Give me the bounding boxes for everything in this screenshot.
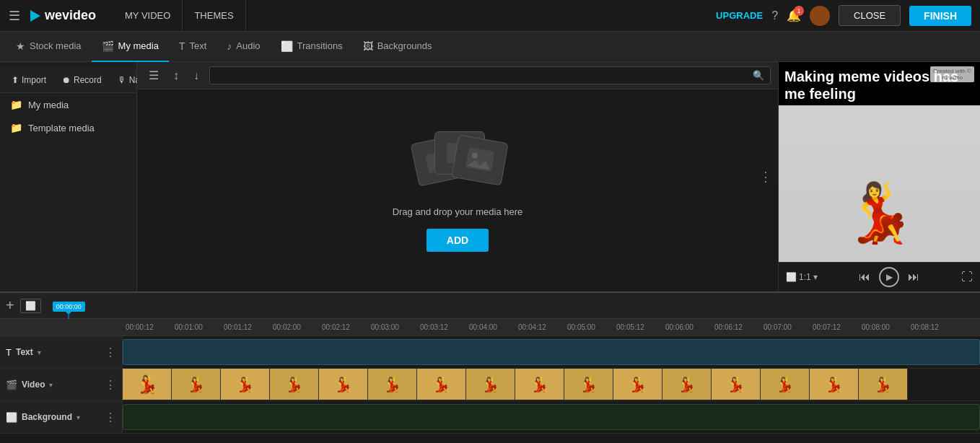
ts-10: 00:05:12 <box>613 323 662 331</box>
video-thumb-4: 💃 <box>270 369 319 400</box>
fullscreen-button[interactable]: ⛶ <box>961 271 973 284</box>
transitions-icon: ⬜ <box>281 40 293 52</box>
hamburger-menu[interactable]: ☰ <box>9 8 20 24</box>
timeline-ruler: 00:00:12 00:01:00 00:01:12 00:02:00 00:0… <box>0 319 980 336</box>
stock-media-icon: ★ <box>16 40 25 52</box>
background-track-icon: ⬜ <box>6 412 17 423</box>
ts-7: 00:04:00 <box>466 323 515 331</box>
topbar-menu: MY VIDEO THEMES <box>113 0 716 32</box>
track-background-expand[interactable]: ▾ <box>76 413 80 421</box>
track-background-label-text: Background <box>22 412 72 422</box>
search-input[interactable] <box>216 71 753 81</box>
timeline-screen-button[interactable]: ⬜ <box>20 299 41 313</box>
video-thumb-3: 💃 <box>221 369 270 400</box>
track-background-content <box>123 401 980 433</box>
video-thumb-5: 💃 <box>319 369 368 400</box>
upgrade-button[interactable]: UPGRADE <box>716 10 763 21</box>
track-background-label: ⬜ Background ▾ ⋮ <box>0 401 123 433</box>
list-view-btn[interactable]: ☰ <box>144 67 163 84</box>
topbar-myvideo[interactable]: MY VIDEO <box>113 0 183 32</box>
cursor-arrow <box>66 312 71 315</box>
logo: wevideo <box>30 8 96 23</box>
cursor-position: 00:00:00 <box>53 300 85 311</box>
ts-8: 00:04:12 <box>515 323 564 331</box>
tab-my-media[interactable]: 🎬 My media <box>92 32 169 62</box>
play-button[interactable]: ▶ <box>879 267 899 287</box>
topbar: ☰ wevideo MY VIDEO THEMES UPGRADE ? 🔔 1 … <box>0 0 980 32</box>
aspect-ratio-selector[interactable]: ⬜ 1:1 ▾ <box>786 272 818 282</box>
sidebar-item-my-media[interactable]: 📁 My media <box>0 93 136 116</box>
tab-stock-media[interactable]: ★ Stock media <box>6 32 92 62</box>
skip-forward-button[interactable]: ⏭ <box>908 271 919 284</box>
left-sidebar: ⬆ Import ⏺ Record 🎙 Narrate 📁 My media 📁… <box>0 62 137 291</box>
video-thumb-2: 💃 <box>172 369 221 400</box>
search-icon: 🔍 <box>753 70 764 81</box>
audio-icon: ♪ <box>227 40 232 52</box>
ts-6: 00:03:12 <box>417 323 466 331</box>
logo-text: wevideo <box>45 8 96 23</box>
track-text-options[interactable]: ⋮ <box>105 346 116 359</box>
sidebar-item-my-media-label: My media <box>28 100 69 110</box>
text-tab-icon: T <box>179 40 185 52</box>
tab-backgrounds-label: Backgrounds <box>377 40 432 51</box>
ts-11: 00:06:00 <box>662 323 712 331</box>
track-background-options[interactable]: ⋮ <box>105 411 116 424</box>
topbar-right: UPGRADE ? 🔔 1 CLOSE FINISH <box>716 5 971 26</box>
help-icon[interactable]: ? <box>771 9 778 22</box>
sort-btn-2[interactable]: ↓ <box>189 68 204 84</box>
finish-button[interactable]: FINISH <box>909 6 971 26</box>
ts-3: 00:02:00 <box>270 323 319 331</box>
ts-13: 00:07:00 <box>761 323 810 331</box>
tab-audio[interactable]: ♪ Audio <box>216 32 270 62</box>
tab-text[interactable]: T Text <box>169 32 216 62</box>
sort-btn-1[interactable]: ↕ <box>169 68 183 84</box>
video-thumb-15: 💃 <box>810 369 859 400</box>
tab-stock-media-label: Stock media <box>30 40 82 51</box>
close-button[interactable]: CLOSE <box>839 5 901 26</box>
user-avatar[interactable] <box>810 6 830 26</box>
ts-4: 00:02:12 <box>319 323 368 331</box>
screen-icon: ⬜ <box>25 301 36 311</box>
background-track-bar[interactable] <box>123 404 980 430</box>
track-video: 🎬 Video ▾ ⋮ 💃 💃 💃 💃 💃 💃 💃 💃 💃 � <box>0 369 980 401</box>
topbar-themes[interactable]: THEMES <box>183 0 245 32</box>
aspect-ratio-chevron: ▾ <box>813 272 818 282</box>
aspect-ratio-label: 1:1 <box>799 272 811 282</box>
skip-back-button[interactable]: ⏮ <box>859 271 870 284</box>
add-media-button[interactable]: ADD <box>426 229 489 252</box>
ts-14: 00:07:12 <box>810 323 859 331</box>
my-media-folder-icon: 📁 <box>10 99 22 110</box>
track-text-expand[interactable]: ▾ <box>38 348 41 356</box>
record-button[interactable]: ⏺ Record <box>58 74 106 87</box>
import-label: Import <box>22 75 46 85</box>
subtoolbar: ⬆ Import ⏺ Record 🎙 Narrate <box>0 68 136 93</box>
track-video-options[interactable]: ⋮ <box>105 378 116 392</box>
tab-backgrounds[interactable]: 🖼 Backgrounds <box>353 32 442 62</box>
video-thumb-12: 💃 <box>662 369 712 400</box>
ts-9: 00:05:00 <box>564 323 613 331</box>
video-thumb-10: 💃 <box>564 369 613 400</box>
timeline-header: + ⬜ 00:00:00 <box>0 293 980 319</box>
placeholder-icon-3 <box>451 134 508 185</box>
import-button[interactable]: ⬆ Import <box>7 74 51 87</box>
media-section: ☰ ↕ ↓ 🔍 <box>137 62 778 291</box>
tab-my-media-label: My media <box>118 40 159 51</box>
video-thumb-9: 💃 <box>515 369 564 400</box>
preview-watermark: Created with ©wevideo <box>930 66 974 82</box>
video-thumb-1: 💃 <box>123 369 172 400</box>
sidebar-item-template-media[interactable]: 📁 Template media <box>0 116 136 139</box>
panel-dots-menu[interactable]: ⋮ <box>759 169 772 185</box>
track-video-label-text: Video <box>22 380 45 390</box>
preview-controls: ⬜ 1:1 ▾ ⏮ ▶ ⏭ ⛶ <box>779 262 980 291</box>
notifications-wrapper: 🔔 1 <box>787 9 801 22</box>
mic-icon: 🎙 <box>118 75 126 85</box>
media-tabs: ★ Stock media 🎬 My media T Text ♪ Audio … <box>0 32 980 62</box>
timeline-add-button[interactable]: + <box>6 297 14 314</box>
tab-transitions[interactable]: ⬜ Transitions <box>271 32 353 62</box>
text-track-bar[interactable] <box>123 339 980 365</box>
ts-1: 00:01:00 <box>172 323 221 331</box>
track-video-expand[interactable]: ▾ <box>49 381 53 389</box>
track-text: T Text ▾ ⋮ <box>0 336 980 369</box>
preview-pane: Created with ©wevideo Making meme videos… <box>778 62 980 291</box>
logo-triangle <box>30 10 40 22</box>
